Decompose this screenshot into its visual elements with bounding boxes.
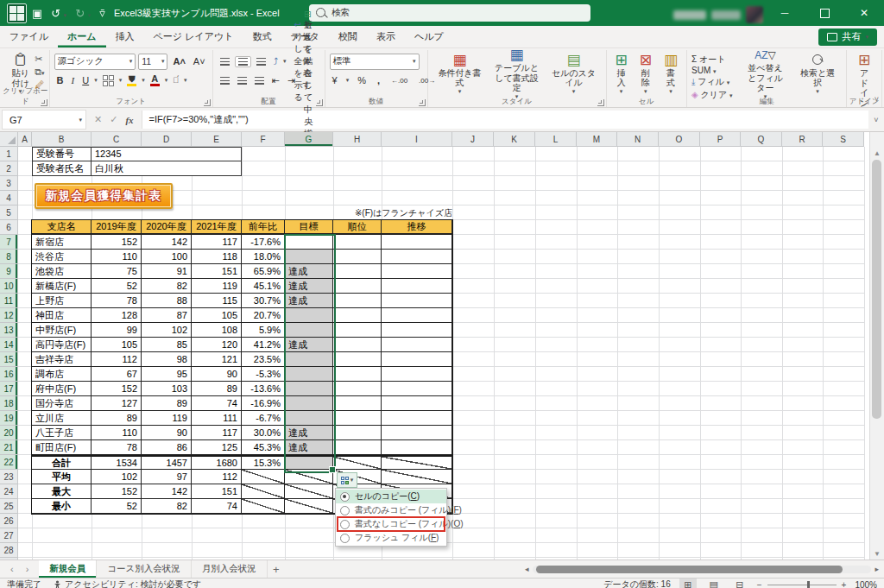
- cell-branch-name[interactable]: 町田店(F): [32, 440, 92, 455]
- increase-decimal-icon[interactable]: ←.00: [388, 76, 410, 85]
- cell-2019[interactable]: 128: [92, 308, 142, 323]
- cell-2019[interactable]: 152: [92, 235, 142, 250]
- cell-trend[interactable]: [382, 338, 452, 352]
- cell-rank[interactable]: [333, 426, 382, 440]
- radio-icon[interactable]: [340, 520, 350, 529]
- cell-summary-2020[interactable]: 142: [142, 484, 192, 499]
- row-header-24[interactable]: 24: [0, 484, 18, 499]
- cell-summary-trend[interactable]: [382, 470, 452, 484]
- table-header-2021年度[interactable]: 2021年度: [192, 220, 242, 235]
- copy-icon[interactable]: ⧉▾: [35, 66, 44, 78]
- decrease-font-icon[interactable]: A˅: [191, 55, 208, 67]
- vertical-scroll-thumb[interactable]: [872, 160, 881, 419]
- cell-trend[interactable]: [382, 426, 452, 440]
- format-as-table-button[interactable]: ▦ テーブルとして書式設定▾: [489, 52, 545, 96]
- horizontal-scroll-thumb[interactable]: [536, 566, 843, 573]
- cell-rank[interactable]: [333, 235, 382, 250]
- cell-2021[interactable]: 89: [192, 382, 242, 396]
- cell-2020[interactable]: 89: [142, 396, 192, 411]
- row-header-28[interactable]: 28: [0, 543, 18, 558]
- cell-goal[interactable]: 達成: [285, 279, 333, 294]
- cell-goal[interactable]: [285, 382, 333, 396]
- cell-branch-name[interactable]: 八王子店: [32, 426, 92, 440]
- zoom-thumb[interactable]: [807, 581, 810, 588]
- cell-2019[interactable]: 99: [92, 323, 142, 338]
- row-header-10[interactable]: 10: [0, 279, 18, 294]
- cell-rank[interactable]: [333, 338, 382, 352]
- collapse-ribbon-icon[interactable]: ˅: [875, 95, 879, 104]
- cell-2021[interactable]: 111: [192, 411, 242, 426]
- cell-rank[interactable]: [333, 264, 382, 279]
- scroll-down-icon[interactable]: ▼: [870, 547, 884, 560]
- insert-cells-button[interactable]: ⊞ 挿入▾: [611, 52, 632, 96]
- cell-2021[interactable]: 115: [192, 294, 242, 308]
- cell-branch-name[interactable]: 吉祥寺店: [32, 352, 92, 367]
- row-header-3[interactable]: 3: [0, 176, 18, 191]
- cell-rank[interactable]: [333, 279, 382, 294]
- cell-C2-value[interactable]: 白川秋: [91, 161, 242, 176]
- row-header-5[interactable]: 5: [0, 205, 18, 220]
- cell-2020[interactable]: 86: [142, 440, 192, 455]
- font-color-icon[interactable]: A: [148, 73, 162, 88]
- cell-trend[interactable]: [382, 308, 452, 323]
- cell-goal[interactable]: 達成: [285, 440, 333, 455]
- cell-summary-yoy[interactable]: [242, 499, 285, 514]
- ribbon-tab-校閲[interactable]: 校閲: [329, 26, 367, 47]
- align-top-icon[interactable]: [218, 57, 232, 66]
- ribbon-tab-数式[interactable]: 数式: [243, 26, 281, 47]
- cell-summary-2021[interactable]: 112: [192, 470, 242, 484]
- column-header-H[interactable]: H: [333, 132, 382, 147]
- column-header-G[interactable]: G: [285, 132, 333, 147]
- cell-goal[interactable]: 達成: [285, 426, 333, 440]
- cell-summary-2019[interactable]: 152: [92, 484, 142, 499]
- row-header-19[interactable]: 19: [0, 411, 18, 426]
- cell-branch-name[interactable]: 調布店: [32, 367, 92, 382]
- cell-yoy[interactable]: 23.5%: [242, 352, 285, 367]
- table-header-順位[interactable]: 順位: [333, 220, 382, 235]
- cell-yoy[interactable]: 65.9%: [242, 264, 285, 279]
- column-header-L[interactable]: L: [535, 132, 577, 147]
- align-center-icon[interactable]: [235, 76, 249, 85]
- cell-trend[interactable]: [382, 382, 452, 396]
- cell-yoy[interactable]: 5.9%: [242, 323, 285, 338]
- radio-icon[interactable]: [340, 534, 350, 543]
- row-header-13[interactable]: 13: [0, 323, 18, 338]
- autofill-menu-item[interactable]: セルのコピー(C): [336, 490, 446, 503]
- cell-2021[interactable]: 90: [192, 367, 242, 382]
- cell-summary-goal[interactable]: [285, 470, 333, 484]
- cell-rank[interactable]: [333, 440, 382, 455]
- redo-icon[interactable]: ↻ ▾: [75, 7, 91, 20]
- cell-rank[interactable]: [333, 250, 382, 264]
- page-layout-view-icon[interactable]: ▤: [705, 579, 723, 588]
- column-header-A[interactable]: A: [18, 132, 32, 147]
- cell-2020[interactable]: 95: [142, 367, 192, 382]
- sheet-tab-月別入会状況[interactable]: 月別入会状況: [192, 560, 268, 578]
- cell-goal[interactable]: [285, 367, 333, 382]
- ribbon-tab-ヘルプ[interactable]: ヘルプ: [405, 26, 453, 47]
- cell-summary-2020[interactable]: 82: [142, 499, 192, 514]
- cell-rank[interactable]: [333, 411, 382, 426]
- data-count[interactable]: データの個数: 16: [603, 579, 670, 588]
- cell-C1-value[interactable]: 12345: [91, 147, 242, 161]
- ribbon-tab-挿入[interactable]: 挿入: [106, 26, 144, 47]
- cell-2020[interactable]: 91: [142, 264, 192, 279]
- row-header-16[interactable]: 16: [0, 367, 18, 382]
- autofill-menu-item[interactable]: 書式なしコピー (フィル)(O): [336, 517, 446, 531]
- cell-goal[interactable]: 達成: [285, 338, 333, 352]
- clipboard-dialog-launcher[interactable]: [41, 99, 47, 106]
- orientation-icon[interactable]: ⤴: [271, 55, 281, 67]
- cell-summary-yoy[interactable]: 15.3%: [242, 455, 285, 470]
- row-header-26[interactable]: 26: [0, 514, 18, 528]
- table-header-推移[interactable]: 推移: [382, 220, 452, 235]
- insert-function-icon[interactable]: fx: [125, 115, 133, 125]
- cell-2021[interactable]: 119: [192, 279, 242, 294]
- cell-2020[interactable]: 98: [142, 352, 192, 367]
- cell-goal[interactable]: [285, 308, 333, 323]
- column-header-J[interactable]: J: [452, 132, 494, 147]
- number-format-combo[interactable]: 標準▾: [330, 54, 420, 70]
- search-input[interactable]: 検索: [309, 4, 590, 22]
- alignment-dialog-launcher[interactable]: [316, 99, 323, 106]
- cell-2021[interactable]: 105: [192, 308, 242, 323]
- cell-2020[interactable]: 142: [142, 235, 192, 250]
- column-header-M[interactable]: M: [577, 132, 617, 147]
